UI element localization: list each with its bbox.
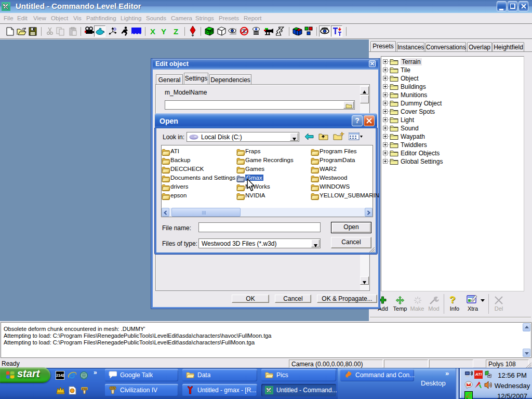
svg-text:CIV: CIV [110, 387, 115, 390]
